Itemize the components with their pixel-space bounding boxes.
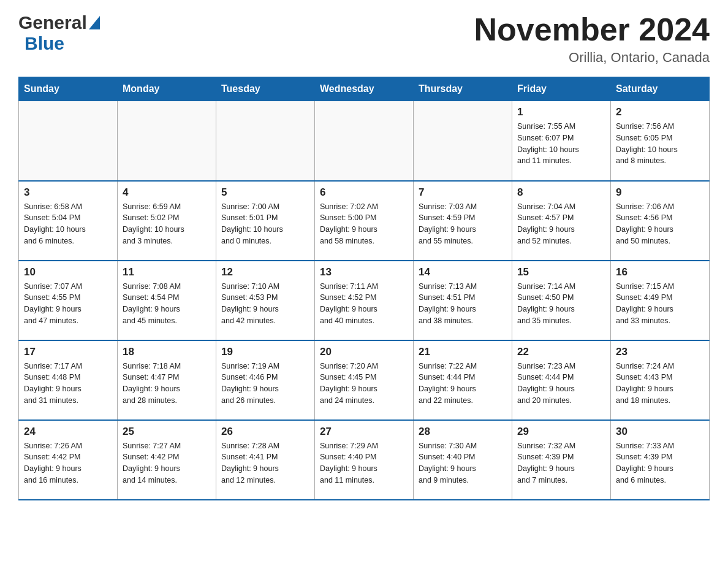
calendar-cell: 25Sunrise: 7:27 AMSunset: 4:42 PMDayligh… — [118, 420, 216, 500]
day-info: Sunrise: 7:02 AMSunset: 5:00 PMDaylight:… — [320, 201, 408, 247]
day-number: 19 — [221, 346, 309, 358]
calendar-cell: 24Sunrise: 7:26 AMSunset: 4:42 PMDayligh… — [19, 420, 118, 500]
day-number: 29 — [517, 426, 605, 438]
day-number: 21 — [419, 346, 507, 358]
day-number: 10 — [24, 266, 112, 278]
day-info: Sunrise: 7:20 AMSunset: 4:45 PMDaylight:… — [320, 361, 408, 407]
calendar-cell: 6Sunrise: 7:02 AMSunset: 5:00 PMDaylight… — [315, 181, 414, 261]
calendar-cell: 29Sunrise: 7:32 AMSunset: 4:39 PMDayligh… — [512, 420, 611, 500]
day-info: Sunrise: 7:24 AMSunset: 4:43 PMDaylight:… — [616, 361, 704, 407]
day-number: 16 — [616, 266, 704, 278]
day-number: 1 — [517, 106, 605, 118]
calendar-cell: 2Sunrise: 7:56 AMSunset: 6:05 PMDaylight… — [611, 101, 710, 181]
day-info: Sunrise: 7:18 AMSunset: 4:47 PMDaylight:… — [123, 361, 211, 407]
calendar-cell: 23Sunrise: 7:24 AMSunset: 4:43 PMDayligh… — [611, 340, 710, 420]
day-info: Sunrise: 7:04 AMSunset: 4:57 PMDaylight:… — [517, 201, 605, 247]
calendar-cell — [414, 101, 512, 181]
week-row-2: 3Sunrise: 6:58 AMSunset: 5:04 PMDaylight… — [19, 181, 710, 261]
day-info: Sunrise: 7:32 AMSunset: 4:39 PMDaylight:… — [517, 440, 605, 486]
day-number: 6 — [320, 186, 408, 199]
day-info: Sunrise: 7:11 AMSunset: 4:52 PMDaylight:… — [320, 281, 408, 327]
calendar-cell: 26Sunrise: 7:28 AMSunset: 4:41 PMDayligh… — [216, 420, 315, 500]
header-row: SundayMondayTuesdayWednesdayThursdayFrid… — [19, 77, 710, 101]
day-number: 11 — [123, 266, 211, 278]
day-info: Sunrise: 7:06 AMSunset: 4:56 PMDaylight:… — [616, 201, 704, 247]
header-day-wednesday: Wednesday — [315, 77, 414, 101]
calendar-cell: 4Sunrise: 6:59 AMSunset: 5:02 PMDaylight… — [118, 181, 216, 261]
calendar-cell: 21Sunrise: 7:22 AMSunset: 4:44 PMDayligh… — [414, 340, 512, 420]
svg-marker-0 — [89, 16, 100, 29]
day-info: Sunrise: 7:27 AMSunset: 4:42 PMDaylight:… — [123, 440, 211, 486]
title-block: November 2024 Orillia, Ontario, Canada — [474, 12, 710, 66]
calendar-cell: 10Sunrise: 7:07 AMSunset: 4:55 PMDayligh… — [19, 261, 118, 340]
day-info: Sunrise: 6:59 AMSunset: 5:02 PMDaylight:… — [123, 201, 211, 247]
day-info: Sunrise: 7:22 AMSunset: 4:44 PMDaylight:… — [419, 361, 507, 407]
day-number: 20 — [320, 346, 408, 358]
day-info: Sunrise: 7:10 AMSunset: 4:53 PMDaylight:… — [221, 281, 309, 327]
calendar-cell: 16Sunrise: 7:15 AMSunset: 4:49 PMDayligh… — [611, 261, 710, 340]
day-number: 9 — [616, 186, 704, 199]
calendar-cell: 17Sunrise: 7:17 AMSunset: 4:48 PMDayligh… — [19, 340, 118, 420]
day-info: Sunrise: 7:56 AMSunset: 6:05 PMDaylight:… — [616, 121, 704, 167]
day-number: 25 — [123, 426, 211, 438]
header-day-sunday: Sunday — [19, 77, 118, 101]
day-info: Sunrise: 7:29 AMSunset: 4:40 PMDaylight:… — [320, 440, 408, 486]
logo-blue-text: Blue — [25, 33, 64, 54]
calendar-cell: 30Sunrise: 7:33 AMSunset: 4:39 PMDayligh… — [611, 420, 710, 500]
day-number: 5 — [221, 186, 309, 199]
day-number: 14 — [419, 266, 507, 278]
calendar-table: SundayMondayTuesdayWednesdayThursdayFrid… — [18, 77, 710, 500]
calendar-cell: 13Sunrise: 7:11 AMSunset: 4:52 PMDayligh… — [315, 261, 414, 340]
day-number: 26 — [221, 426, 309, 438]
logo: General Blue — [18, 12, 100, 54]
day-info: Sunrise: 7:15 AMSunset: 4:49 PMDaylight:… — [616, 281, 704, 327]
day-info: Sunrise: 7:17 AMSunset: 4:48 PMDaylight:… — [24, 361, 112, 407]
header-day-thursday: Thursday — [414, 77, 512, 101]
logo-triangle-icon — [89, 16, 100, 32]
calendar-cell: 9Sunrise: 7:06 AMSunset: 4:56 PMDaylight… — [611, 181, 710, 261]
calendar-cell — [19, 101, 118, 181]
day-number: 28 — [419, 426, 507, 438]
day-info: Sunrise: 7:26 AMSunset: 4:42 PMDaylight:… — [24, 440, 112, 486]
calendar-cell — [118, 101, 216, 181]
day-info: Sunrise: 7:03 AMSunset: 4:59 PMDaylight:… — [419, 201, 507, 247]
week-row-1: 1Sunrise: 7:55 AMSunset: 6:07 PMDaylight… — [19, 101, 710, 181]
calendar-cell: 15Sunrise: 7:14 AMSunset: 4:50 PMDayligh… — [512, 261, 611, 340]
day-number: 4 — [123, 186, 211, 199]
month-title: November 2024 — [474, 12, 710, 47]
day-number: 2 — [616, 106, 704, 118]
logo-general-text: General — [18, 12, 87, 33]
calendar-cell: 12Sunrise: 7:10 AMSunset: 4:53 PMDayligh… — [216, 261, 315, 340]
calendar-cell: 3Sunrise: 6:58 AMSunset: 5:04 PMDaylight… — [19, 181, 118, 261]
calendar-cell: 27Sunrise: 7:29 AMSunset: 4:40 PMDayligh… — [315, 420, 414, 500]
header-day-saturday: Saturday — [611, 77, 710, 101]
calendar-cell: 22Sunrise: 7:23 AMSunset: 4:44 PMDayligh… — [512, 340, 611, 420]
day-info: Sunrise: 7:23 AMSunset: 4:44 PMDaylight:… — [517, 361, 605, 407]
page-header: General Blue November 2024 Orillia, Onta… — [18, 12, 710, 66]
calendar-cell: 8Sunrise: 7:04 AMSunset: 4:57 PMDaylight… — [512, 181, 611, 261]
week-row-3: 10Sunrise: 7:07 AMSunset: 4:55 PMDayligh… — [19, 261, 710, 340]
day-info: Sunrise: 7:08 AMSunset: 4:54 PMDaylight:… — [123, 281, 211, 327]
header-day-friday: Friday — [512, 77, 611, 101]
day-number: 3 — [24, 186, 112, 199]
day-info: Sunrise: 7:30 AMSunset: 4:40 PMDaylight:… — [419, 440, 507, 486]
location-title: Orillia, Ontario, Canada — [474, 50, 710, 66]
header-day-monday: Monday — [118, 77, 216, 101]
day-number: 24 — [24, 426, 112, 438]
day-number: 13 — [320, 266, 408, 278]
calendar-cell: 18Sunrise: 7:18 AMSunset: 4:47 PMDayligh… — [118, 340, 216, 420]
calendar-cell: 7Sunrise: 7:03 AMSunset: 4:59 PMDaylight… — [414, 181, 512, 261]
day-number: 8 — [517, 186, 605, 199]
day-info: Sunrise: 7:19 AMSunset: 4:46 PMDaylight:… — [221, 361, 309, 407]
calendar-cell: 11Sunrise: 7:08 AMSunset: 4:54 PMDayligh… — [118, 261, 216, 340]
calendar-cell: 28Sunrise: 7:30 AMSunset: 4:40 PMDayligh… — [414, 420, 512, 500]
day-info: Sunrise: 7:07 AMSunset: 4:55 PMDaylight:… — [24, 281, 112, 327]
week-row-4: 17Sunrise: 7:17 AMSunset: 4:48 PMDayligh… — [19, 340, 710, 420]
calendar-cell: 1Sunrise: 7:55 AMSunset: 6:07 PMDaylight… — [512, 101, 611, 181]
day-info: Sunrise: 7:55 AMSunset: 6:07 PMDaylight:… — [517, 121, 605, 167]
day-info: Sunrise: 6:58 AMSunset: 5:04 PMDaylight:… — [24, 201, 112, 247]
header-day-tuesday: Tuesday — [216, 77, 315, 101]
day-info: Sunrise: 7:13 AMSunset: 4:51 PMDaylight:… — [419, 281, 507, 327]
day-number: 12 — [221, 266, 309, 278]
day-number: 15 — [517, 266, 605, 278]
